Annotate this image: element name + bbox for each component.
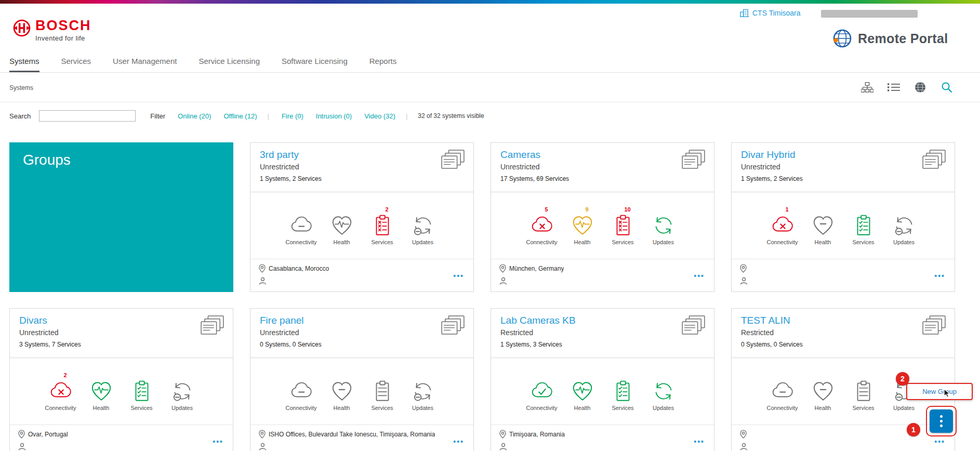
actions-fab-button[interactable] (930, 409, 953, 433)
status-services: Services (848, 372, 879, 426)
location-pin-icon (499, 264, 506, 273)
new-group-label: New Group (922, 388, 957, 395)
tab-user-management[interactable]: User Management (113, 50, 177, 72)
services-icon (851, 214, 877, 237)
status-badge: 2 (372, 206, 403, 214)
more-button[interactable]: ••• (934, 437, 945, 446)
status-badge: 9 (572, 206, 603, 214)
connectivity-icon (288, 379, 314, 403)
filter-video[interactable]: Video (32) (364, 112, 395, 120)
health-icon (810, 214, 836, 237)
person-icon (499, 277, 507, 285)
group-counts: 0 Systems, 0 Services (260, 341, 464, 348)
more-button[interactable]: ••• (694, 272, 705, 280)
group-restriction: Unrestricted (260, 328, 464, 337)
person-icon (259, 443, 267, 450)
filter-label: Filter (150, 112, 165, 120)
building-icon (740, 9, 749, 17)
group-stack-icon (441, 150, 465, 169)
location-pin-icon (259, 264, 266, 273)
filter-online[interactable]: Online (20) (178, 112, 211, 120)
status-health: Health (807, 372, 839, 426)
services-icon (129, 379, 155, 403)
location-pin-icon (740, 430, 747, 439)
status-updates: Updates (167, 372, 198, 426)
updates-icon (410, 379, 436, 403)
sitemap-view-icon[interactable] (861, 82, 873, 93)
tab-reports[interactable]: Reports (369, 50, 397, 72)
group-restriction: Restricted (500, 328, 705, 337)
filter-intrusion[interactable]: Intrusion (0) (316, 112, 352, 120)
search-input[interactable] (39, 110, 136, 122)
connectivity-icon (770, 379, 796, 403)
group-title-link[interactable]: Divar Hybrid (741, 149, 796, 161)
more-button[interactable]: ••• (453, 272, 464, 280)
group-restriction: Unrestricted (741, 163, 945, 171)
location-pin-icon (18, 430, 25, 439)
status-connectivity: Connectivity (286, 372, 317, 426)
person-icon (740, 443, 748, 450)
status-updates: Updates (889, 206, 920, 260)
tab-services[interactable]: Services (61, 50, 91, 72)
location-pin-icon (499, 430, 506, 439)
health-icon (810, 379, 836, 403)
group-stack-icon (682, 315, 706, 335)
services-icon (610, 214, 636, 237)
group-title-link[interactable]: Lab Cameras KB (500, 315, 576, 326)
filter-offline[interactable]: Offline (12) (223, 112, 257, 120)
group-card-3rd-party: 3rd party Unrestricted 1 Systems, 2 Serv… (250, 142, 474, 292)
group-title-link[interactable]: Divars (19, 315, 47, 326)
fab-dot (940, 420, 943, 422)
more-button[interactable]: ••• (934, 272, 945, 280)
status-connectivity: Connectivity (526, 372, 558, 426)
more-button[interactable]: ••• (453, 437, 464, 446)
connectivity-icon (48, 379, 74, 403)
status-badge: 1 (772, 206, 803, 214)
filter-separator: | (406, 112, 407, 120)
updates-icon (651, 379, 677, 403)
annotation-step-1: 1 (907, 423, 920, 436)
systems-visible-summary: 32 of 32 systems visible (418, 112, 484, 120)
updates-icon (410, 214, 436, 237)
annotation-step-2: 2 (896, 372, 909, 386)
status-services: Services (126, 372, 157, 426)
group-title-link[interactable]: Cameras (500, 149, 540, 161)
group-location: Ovar, Portugal (28, 431, 68, 438)
group-card-fire-panel: Fire panel Unrestricted 0 Systems, 0 Ser… (250, 308, 474, 451)
filter-fire[interactable]: Fire (0) (282, 112, 303, 120)
redacted-username (821, 10, 918, 18)
fab-dot (940, 415, 943, 418)
group-title-link[interactable]: TEST ALIN (741, 315, 790, 326)
location-pin-icon (740, 264, 747, 273)
status-connectivity: 5 Connectivity (526, 206, 558, 260)
list-view-icon[interactable] (888, 82, 900, 93)
status-health: Health (567, 372, 598, 426)
map-view-icon[interactable] (914, 82, 926, 93)
more-button[interactable]: ••• (694, 437, 705, 446)
group-card-cameras: Cameras Unrestricted 17 Systems, 69 Serv… (491, 142, 714, 292)
fab-dot (940, 425, 943, 427)
health-icon (570, 214, 595, 237)
tenant-selector[interactable]: CTS Timisoara (740, 9, 801, 17)
tab-systems[interactable]: Systems (9, 50, 39, 72)
group-title-link[interactable]: Fire panel (260, 315, 304, 326)
bosch-logo-icon (12, 19, 31, 37)
more-button[interactable]: ••• (213, 437, 223, 446)
group-title-link[interactable]: 3rd party (260, 149, 299, 161)
group-stack-icon (922, 315, 946, 335)
group-restriction: Unrestricted (260, 163, 464, 171)
status-services: 10 Services (607, 206, 639, 260)
status-services: Services (848, 206, 879, 260)
tab-software-licensing[interactable]: Software Licensing (282, 50, 348, 72)
group-restriction: Unrestricted (500, 163, 705, 171)
status-health: Health (326, 372, 357, 426)
connectivity-icon (529, 379, 555, 403)
search-icon[interactable] (941, 82, 953, 93)
new-group-button[interactable]: New Group (906, 383, 973, 400)
portal-name: Remote Portal (858, 31, 948, 46)
connectivity-icon (288, 214, 314, 237)
group-counts: 0 Systems, 0 Services (741, 341, 945, 348)
status-health: Health (86, 372, 117, 426)
tab-service-licensing[interactable]: Service Licensing (198, 50, 260, 72)
group-location: Timişoara, Romania (509, 431, 565, 438)
